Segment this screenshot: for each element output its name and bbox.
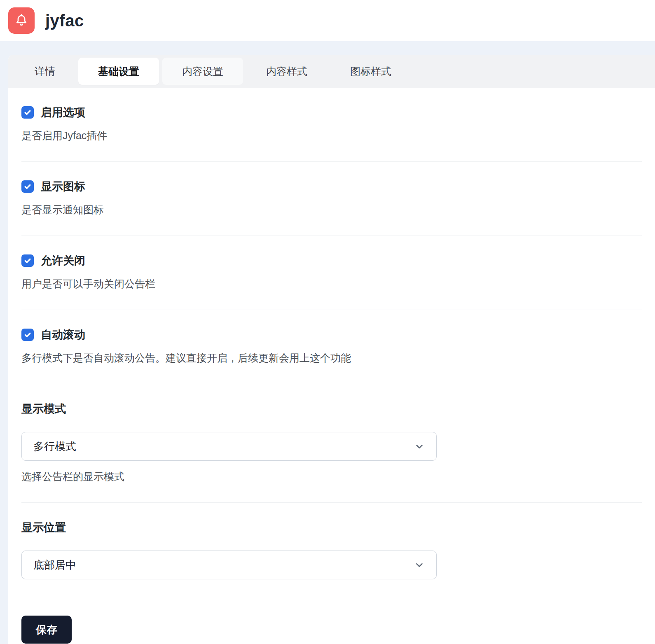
settings-card: 详情 基础设置 内容设置 内容样式 图标样式 启用选项 是否启用Jyfac插件 … xyxy=(8,55,655,644)
tab-basic-settings[interactable]: 基础设置 xyxy=(78,58,159,85)
display-position-select[interactable]: 底部居中 xyxy=(21,551,437,579)
tab-content-style[interactable]: 内容样式 xyxy=(246,58,327,85)
field-display-mode: 显示模式 多行模式 选择公告栏的显示模式 xyxy=(21,384,642,503)
allow-close-description: 用户是否可以手动关闭公告栏 xyxy=(21,277,642,291)
enable-plugin-description: 是否启用Jyfac插件 xyxy=(21,129,642,142)
display-mode-description: 选择公告栏的显示模式 xyxy=(21,470,642,483)
display-mode-select[interactable]: 多行模式 xyxy=(21,432,437,461)
check-icon xyxy=(23,182,32,191)
page-title: jyfac xyxy=(45,12,84,30)
tab-details[interactable]: 详情 xyxy=(15,58,75,85)
enable-plugin-label: 启用选项 xyxy=(41,105,85,120)
tab-icon-style[interactable]: 图标样式 xyxy=(330,58,411,85)
allow-close-label: 允许关闭 xyxy=(41,253,85,268)
auto-scroll-description: 多行模式下是否自动滚动公告。建议直接开启，后续更新会用上这个功能 xyxy=(21,351,642,365)
allow-close-checkbox[interactable] xyxy=(21,254,34,267)
field-allow-close: 允许关闭 用户是否可以手动关闭公告栏 xyxy=(21,236,642,310)
check-icon xyxy=(23,257,32,265)
check-icon xyxy=(23,331,32,339)
display-mode-value: 多行模式 xyxy=(33,439,76,454)
auto-scroll-label: 自动滚动 xyxy=(41,327,85,342)
field-auto-scroll: 自动滚动 多行模式下是否自动滚动公告。建议直接开启，后续更新会用上这个功能 xyxy=(21,310,642,384)
field-display-position: 显示位置 底部居中 xyxy=(21,503,642,598)
app-header: jyfac xyxy=(0,0,655,41)
bell-icon xyxy=(14,13,29,28)
display-position-label: 显示位置 xyxy=(21,520,642,535)
tab-content-settings[interactable]: 内容设置 xyxy=(162,58,243,85)
show-icon-checkbox[interactable] xyxy=(21,180,34,193)
show-icon-label: 显示图标 xyxy=(41,179,85,194)
display-position-value: 底部居中 xyxy=(33,558,76,572)
chevron-down-icon xyxy=(414,560,425,570)
auto-scroll-checkbox[interactable] xyxy=(21,329,34,341)
show-icon-description: 是否显示通知图标 xyxy=(21,203,642,217)
settings-tabbar: 详情 基础设置 内容设置 内容样式 图标样式 xyxy=(8,55,655,88)
check-icon xyxy=(23,108,32,117)
chevron-down-icon xyxy=(414,441,425,452)
app-logo xyxy=(8,7,35,34)
settings-form: 启用选项 是否启用Jyfac插件 显示图标 是否显示通知图标 允许关闭 用户是否… xyxy=(8,88,655,644)
field-show-icon: 显示图标 是否显示通知图标 xyxy=(21,162,642,236)
enable-plugin-checkbox[interactable] xyxy=(21,106,34,119)
field-enable-plugin: 启用选项 是否启用Jyfac插件 xyxy=(21,88,642,162)
display-mode-label: 显示模式 xyxy=(21,401,642,416)
save-button[interactable]: 保存 xyxy=(21,616,72,644)
